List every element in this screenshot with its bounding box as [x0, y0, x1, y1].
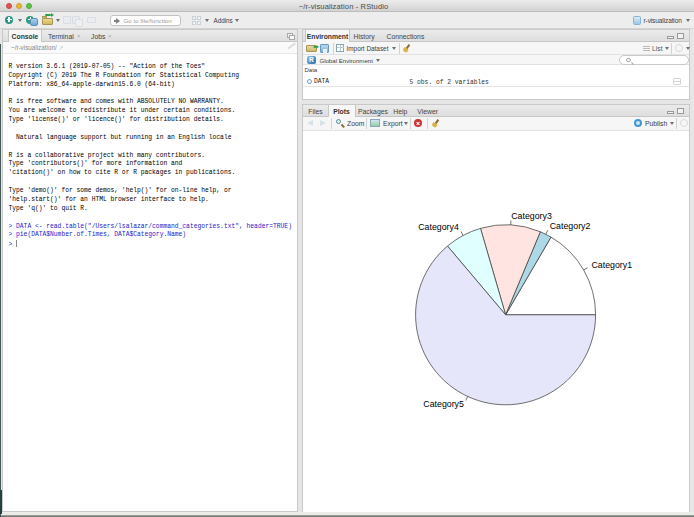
svg-text:Category2: Category2: [550, 221, 591, 231]
svg-text:Category3: Category3: [511, 210, 552, 220]
svg-text:Category4: Category4: [418, 222, 459, 232]
svg-text:Category5: Category5: [423, 399, 464, 409]
svg-text:Category1: Category1: [591, 260, 632, 270]
